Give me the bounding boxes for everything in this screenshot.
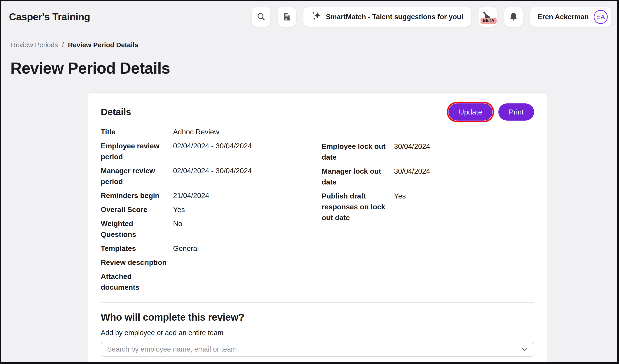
beta-badge: BETA [480,18,496,24]
update-button[interactable]: Update [449,103,492,121]
field-employee-lock-out-date: Employee lock out date 30/04/2024 [322,141,534,162]
search-button[interactable] [252,7,270,27]
details-fields: Title Adhoc Review Employee review perio… [101,126,534,296]
field-review-description: Review description [101,257,322,268]
details-header: Details Update Print [101,103,534,121]
user-name: Eren Ackerman [538,13,589,21]
field-weighted-questions: Weighted Questions No [101,218,322,240]
app-logo: Casper's Training [9,11,90,23]
breadcrumb: Review Periods / Review Period Details [11,41,139,49]
who-will-complete-section: Who will complete this review? Add by em… [101,312,534,357]
field-employee-review-period: Employee review period 02/04/2024 - 30/0… [101,140,322,162]
section-divider [101,302,534,303]
breadcrumb-review-periods[interactable]: Review Periods [11,41,58,49]
field-title: Title Adhoc Review [101,126,322,137]
breadcrumb-separator: / [62,41,64,49]
field-publish-draft-responses: Publish draft responses on lock out date… [322,190,534,223]
sparkle-icon [311,11,322,23]
building-icon [282,12,292,22]
field-reminders-begin: Reminders begin 21/04/2024 [101,190,322,201]
details-fields-right: Employee lock out date 30/04/2024 Manage… [322,141,534,226]
avatar: EA [594,10,608,24]
field-attached-documents: Attached documents [101,271,322,293]
breadcrumb-current: Review Period Details [68,41,139,49]
details-card: Details Update Print Title Adhoc Review … [88,92,547,364]
search-icon [256,12,266,22]
review-period-details-page: { "app": { "name": "Casper's Training" }… [0,0,619,364]
smartmatch-button[interactable]: SmartMatch - Talent suggestions for you! [303,7,471,27]
bell-icon [509,12,518,22]
field-manager-lock-out-date: Manager lock out date 30/04/2024 [322,166,534,188]
topbar: Casper's Training [9,7,611,27]
details-fields-left: Title Adhoc Review Employee review perio… [101,126,322,296]
page-title: Review Period Details [10,59,170,77]
organisation-button[interactable] [278,7,296,27]
details-heading: Details [101,107,131,117]
beta-features-button[interactable]: BETA [478,7,497,27]
topbar-actions: SmartMatch - Talent suggestions for you!… [252,7,611,27]
user-menu-button[interactable]: Eren Ackerman EA [530,7,611,27]
employee-team-select [101,342,534,357]
employee-team-search-input[interactable] [101,342,534,357]
details-actions: Update Print [449,103,534,121]
who-heading: Who will complete this review? [101,312,534,323]
smartmatch-label: SmartMatch - Talent suggestions for you! [326,13,464,21]
field-overall-score: Overall Score Yes [101,204,322,215]
who-subtitle: Add by employee or add an entire team [101,329,534,337]
field-templates: Templates General [101,243,322,254]
print-button[interactable]: Print [498,103,534,121]
notifications-button[interactable] [504,7,523,27]
field-manager-review-period: Manager review period 02/04/2024 - 30/04… [101,165,322,187]
